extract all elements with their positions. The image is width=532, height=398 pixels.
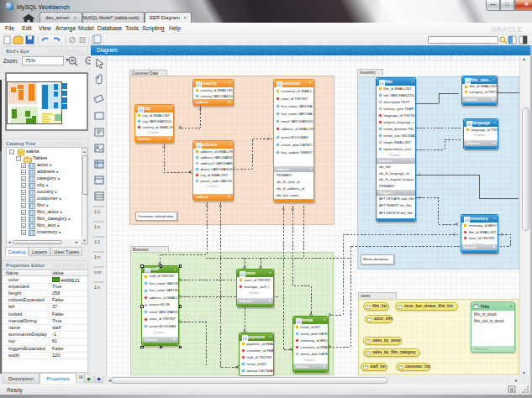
svg-text:1:n: 1:n [94, 254, 100, 259]
svg-text:1:1: 1:1 [94, 239, 100, 244]
svg-text:n:m: n:m [94, 270, 101, 275]
svg-text:1:n: 1:n [94, 285, 100, 290]
svg-text:1:n: 1:n [94, 224, 100, 229]
svg-text:1:1: 1:1 [94, 209, 100, 214]
